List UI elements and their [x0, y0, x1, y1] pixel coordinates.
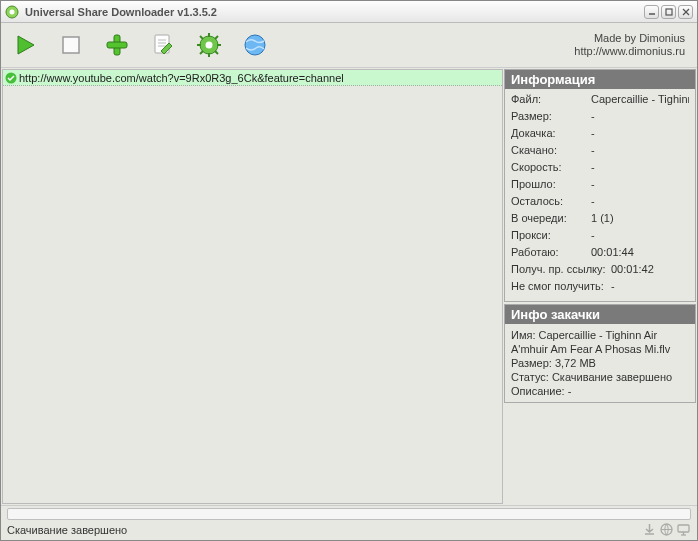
failed-value: -: [611, 280, 689, 293]
size-label: Размер:: [511, 110, 591, 123]
elapsed-label: Прошло:: [511, 178, 591, 191]
file-label: Файл:: [511, 93, 591, 106]
info-panel-header: Информация: [505, 70, 695, 89]
minimize-button[interactable]: [644, 5, 659, 19]
globe-button[interactable]: [239, 29, 271, 61]
svg-rect-27: [678, 525, 689, 532]
download-list[interactable]: http://www.youtube.com/watch?v=9Rx0R3g_6…: [2, 69, 503, 504]
working-value: 00:01:44: [591, 246, 689, 259]
content-area: http://www.youtube.com/watch?v=9Rx0R3g_6…: [1, 67, 697, 506]
list-item-url: http://www.youtube.com/watch?v=9Rx0R3g_6…: [19, 72, 344, 84]
edit-button[interactable]: [147, 29, 179, 61]
close-button[interactable]: [678, 5, 693, 19]
status-ok-icon: [5, 72, 17, 84]
progress-bar: [7, 508, 691, 520]
failed-label: Не смог получить:: [511, 280, 611, 293]
tray-download-icon[interactable]: [642, 522, 657, 539]
status-tray: [642, 522, 691, 539]
svg-point-24: [245, 35, 265, 55]
window-controls: [644, 5, 693, 19]
working-label: Работаю:: [511, 246, 591, 259]
credits: Made by Dimonius http://www.dimonius.ru: [574, 32, 689, 58]
settings-button[interactable]: [193, 29, 225, 61]
svg-line-21: [215, 51, 218, 54]
status-text: Скачивание завершено: [7, 524, 127, 536]
dl-name-value: Capercaillie - Tighinn Air A'mhuir Am Fe…: [511, 329, 670, 355]
svg-line-20: [200, 36, 203, 39]
speed-label: Скорость:: [511, 161, 591, 174]
svg-point-1: [10, 9, 15, 14]
size-value: -: [591, 110, 689, 123]
dl-desc-label: Описание:: [511, 385, 565, 397]
add-button[interactable]: [101, 29, 133, 61]
tray-monitor-icon[interactable]: [676, 522, 691, 539]
dl-status-value: Скачивание завершено: [552, 371, 672, 383]
remaining-label: Осталось:: [511, 195, 591, 208]
maximize-button[interactable]: [661, 5, 676, 19]
downloaded-value: -: [591, 144, 689, 157]
speed-value: -: [591, 161, 689, 174]
download-info-panel: Инфо закачки Имя: Capercaillie - Tighinn…: [504, 304, 696, 403]
file-value: Capercaillie - Tighinn Air A'r: [591, 93, 689, 106]
svg-rect-3: [666, 9, 672, 15]
elapsed-value: -: [591, 178, 689, 191]
directlink-value: 00:01:42: [611, 263, 689, 276]
remaining-value: -: [591, 195, 689, 208]
info-panel: Информация Файл:Capercaillie - Tighinn A…: [504, 69, 696, 302]
tray-globe-icon[interactable]: [659, 522, 674, 539]
dl-size-label: Размер:: [511, 357, 552, 369]
dl-size-value: 3,72 MB: [555, 357, 596, 369]
resume-value: -: [591, 127, 689, 140]
svg-rect-7: [63, 37, 79, 53]
app-window: Universal Share Downloader v1.3.5.2 Made: [0, 0, 698, 541]
svg-rect-9: [107, 42, 127, 48]
downloaded-label: Скачано:: [511, 144, 591, 157]
queue-value: 1 (1): [591, 212, 689, 225]
dl-name-label: Имя:: [511, 329, 535, 341]
credits-author: Made by Dimonius: [574, 32, 685, 45]
credits-url: http://www.dimonius.ru: [574, 45, 685, 58]
svg-line-23: [200, 51, 203, 54]
dl-status-label: Статус:: [511, 371, 549, 383]
start-button[interactable]: [9, 29, 41, 61]
dl-desc-value: -: [568, 385, 572, 397]
statusbar: Скачивание завершено: [1, 520, 697, 540]
proxy-value: -: [591, 229, 689, 242]
titlebar: Universal Share Downloader v1.3.5.2: [1, 1, 697, 23]
queue-label: В очереди:: [511, 212, 591, 225]
toolbar: Made by Dimonius http://www.dimonius.ru: [1, 23, 697, 67]
app-icon: [5, 5, 19, 19]
info-pane: Информация Файл:Capercaillie - Tighinn A…: [504, 69, 696, 504]
svg-line-22: [215, 36, 218, 39]
svg-marker-6: [18, 36, 34, 54]
window-title: Universal Share Downloader v1.3.5.2: [25, 6, 644, 18]
resume-label: Докачка:: [511, 127, 591, 140]
download-panel-header: Инфо закачки: [505, 305, 695, 324]
directlink-label: Получ. пр. ссылку:: [511, 263, 611, 276]
stop-button[interactable]: [55, 29, 87, 61]
svg-point-15: [206, 42, 213, 49]
list-item[interactable]: http://www.youtube.com/watch?v=9Rx0R3g_6…: [3, 70, 502, 86]
proxy-label: Прокси:: [511, 229, 591, 242]
